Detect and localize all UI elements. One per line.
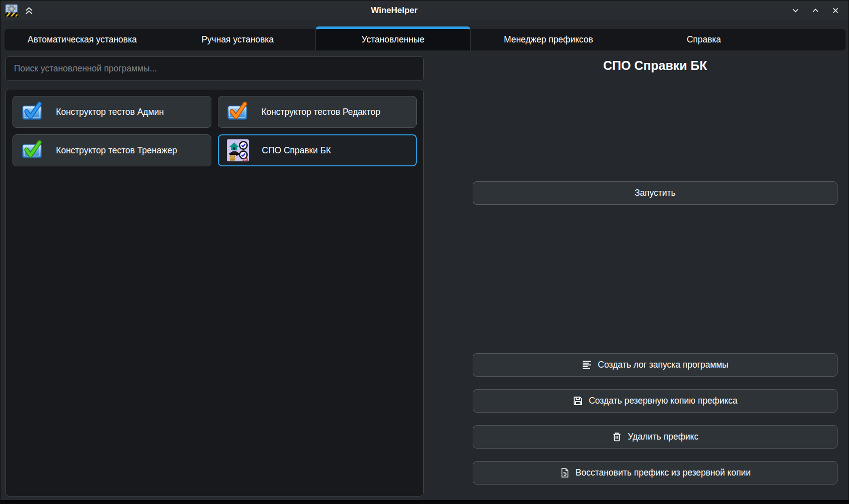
program-item-konstruktor-admin[interactable]: Конструктор тестов Админ [12,96,211,128]
tab-bar: Автоматическая установка Ручная установк… [4,29,846,50]
trash-icon [612,432,622,442]
green-check-screen-icon [21,139,43,161]
create-log-label: Создать лог запуска программы [598,360,728,370]
tab-help[interactable]: Справка [626,29,782,50]
program-name: СПО Справки БК [262,145,331,156]
blue-check-screen-icon [21,101,43,123]
tab-manual-install[interactable]: Ручная установка [160,29,315,50]
orange-check-screen-icon [226,101,248,123]
backup-prefix-button[interactable]: Создать резервную копию префикса [473,389,838,413]
spo-spravki-app-icon: 2.5 [227,139,249,161]
program-name: Конструктор тестов Редактор [261,107,380,117]
tab-prefix-manager[interactable]: Менеджер префиксов [471,29,626,50]
tab-installed[interactable]: Установленные [315,26,471,50]
floppy-save-icon [573,396,583,406]
maximize-button[interactable] [806,0,826,20]
program-name: Конструктор тестов Тренажер [56,145,177,156]
window-bottom-edge [0,500,849,504]
restore-prefix-label: Восстановить префикс из резервной копии [576,468,751,478]
program-name: Конструктор тестов Админ [56,107,164,117]
titlebar: WineHelper [0,0,849,20]
run-button[interactable]: Запустить [473,181,838,205]
window-title: WineHelper [0,0,788,20]
program-item-konstruktor-redaktor[interactable]: Конструктор тестов Редактор [218,96,417,128]
program-item-konstruktor-trenazher[interactable]: Конструктор тестов Тренажер [12,134,211,166]
restore-prefix-button[interactable]: Восстановить префикс из резервной копии [473,461,838,485]
search-input[interactable] [5,56,424,81]
installed-programs-list: Конструктор тестов Админ Конструктор тес… [5,89,424,497]
program-item-spo-spravki-bk[interactable]: 2.5 СПО Справки БК [218,134,417,166]
selected-program-title: СПО Справки БК [473,58,838,73]
create-log-button[interactable]: Создать лог запуска программы [473,353,838,377]
minimize-button[interactable] [786,0,806,20]
delete-prefix-button[interactable]: Удалить префикс [473,425,838,449]
tab-auto-install[interactable]: Автоматическая установка [4,29,160,50]
log-lines-icon [582,360,592,370]
document-restore-icon [560,468,570,478]
delete-prefix-label: Удалить префикс [628,432,698,442]
svg-text:2.5: 2.5 [242,157,248,161]
winehelper-window: WineHelper Автоматическая установка [0,0,849,504]
backup-prefix-label: Создать резервную копию префикса [589,396,738,406]
close-button[interactable] [826,0,846,20]
run-button-label: Запустить [635,188,676,198]
window-controls [786,0,846,20]
